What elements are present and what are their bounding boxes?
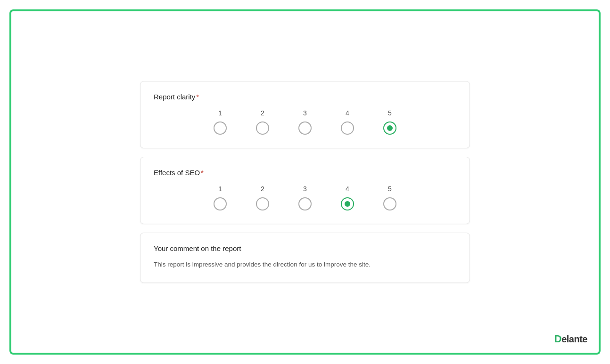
logo-text: elante — [561, 334, 587, 345]
effects-seo-title: Effects of SEO* — [154, 169, 456, 177]
radio-btn-clarity-3[interactable] — [298, 121, 312, 135]
effects-seo-card: Effects of SEO* 1 2 3 4 5 — [140, 157, 470, 224]
radio-btn-seo-1[interactable] — [214, 197, 227, 210]
brand-logo: Delante — [554, 333, 587, 345]
seo-radio-cell-2 — [241, 197, 284, 210]
report-clarity-radios — [154, 121, 456, 135]
report-clarity-label: Report clarity — [154, 93, 195, 101]
report-clarity-rating: 1 2 3 4 5 — [154, 109, 456, 135]
required-star-1: * — [196, 93, 199, 101]
radio-cell-5 — [369, 121, 411, 135]
comment-card: Your comment on the report This report i… — [140, 233, 470, 283]
rating-number-2: 2 — [241, 109, 284, 117]
seo-rating-number-1: 1 — [199, 185, 241, 193]
logo-d: D — [554, 333, 561, 345]
report-clarity-numbers: 1 2 3 4 5 — [154, 109, 456, 117]
effects-seo-rating: 1 2 3 4 5 — [154, 185, 456, 210]
required-star-2: * — [201, 169, 204, 177]
radio-cell-4 — [326, 121, 369, 135]
radio-cell-1 — [199, 121, 241, 135]
seo-rating-number-4: 4 — [326, 185, 369, 193]
rating-number-4: 4 — [326, 109, 369, 117]
seo-radio-cell-4 — [326, 197, 369, 210]
rating-number-5: 5 — [369, 109, 411, 117]
effects-seo-numbers: 1 2 3 4 5 — [154, 185, 456, 193]
report-clarity-title: Report clarity* — [154, 93, 456, 101]
effects-seo-radios — [154, 197, 456, 210]
radio-btn-seo-4[interactable] — [341, 197, 354, 210]
radio-btn-seo-3[interactable] — [298, 197, 312, 210]
content-area: Report clarity* 1 2 3 4 5 — [140, 81, 470, 283]
seo-rating-number-5: 5 — [369, 185, 411, 193]
seo-radio-cell-5 — [369, 197, 411, 210]
rating-number-3: 3 — [284, 109, 326, 117]
comment-value: This report is impressive and provides t… — [154, 260, 456, 269]
survey-container: Report clarity* 1 2 3 4 5 — [9, 9, 601, 355]
report-clarity-card: Report clarity* 1 2 3 4 5 — [140, 81, 470, 148]
radio-btn-clarity-1[interactable] — [214, 121, 227, 135]
comment-title: Your comment on the report — [154, 244, 456, 252]
seo-radio-cell-1 — [199, 197, 241, 210]
seo-rating-number-2: 2 — [241, 185, 284, 193]
radio-btn-clarity-4[interactable] — [341, 121, 354, 135]
radio-cell-3 — [284, 121, 326, 135]
radio-cell-2 — [241, 121, 284, 135]
radio-btn-seo-5[interactable] — [383, 197, 396, 210]
seo-rating-number-3: 3 — [284, 185, 326, 193]
rating-number-1: 1 — [199, 109, 241, 117]
effects-seo-label: Effects of SEO — [154, 169, 200, 177]
radio-btn-seo-2[interactable] — [256, 197, 269, 210]
radio-btn-clarity-2[interactable] — [256, 121, 269, 135]
seo-radio-cell-3 — [284, 197, 326, 210]
radio-btn-clarity-5[interactable] — [383, 121, 396, 135]
